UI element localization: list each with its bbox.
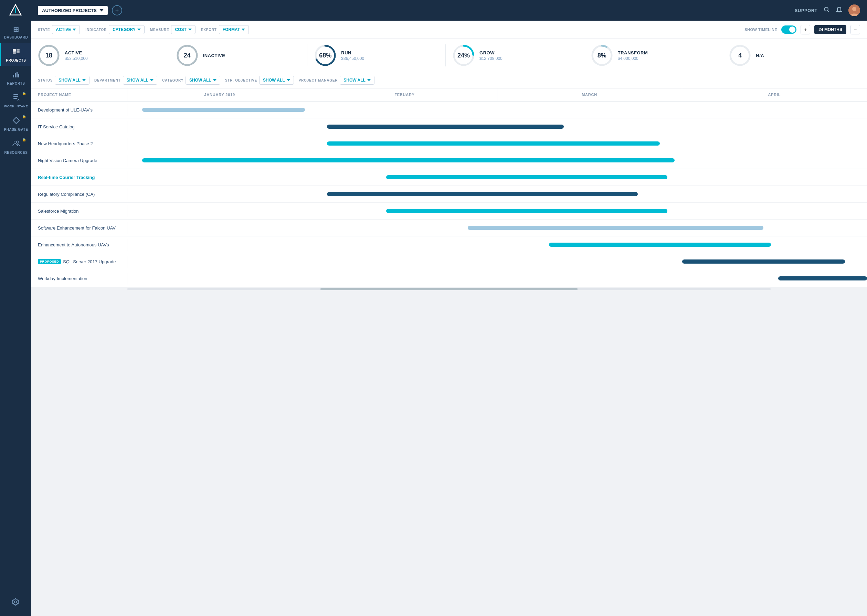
project-name-8[interactable]: Software Enhancement for Falcon UAV bbox=[31, 222, 127, 234]
search-icon[interactable] bbox=[824, 6, 830, 14]
table-row[interactable]: PROPOSED SQL Server 2017 Upgrade bbox=[31, 253, 867, 270]
table-row[interactable]: Night Vision Camera Upgrade bbox=[31, 152, 867, 169]
gantt-month-january-2019: JANUARY 2019 bbox=[127, 88, 312, 101]
indicator-select[interactable]: CATEGORY bbox=[109, 25, 144, 34]
resources-icon bbox=[13, 140, 20, 149]
svg-line-17 bbox=[828, 10, 829, 12]
sidebar-item-dashboard[interactable]: ⊞ DASHBOARD bbox=[0, 20, 31, 43]
user-avatar[interactable] bbox=[848, 5, 860, 16]
department-select[interactable]: SHOW ALL bbox=[123, 76, 158, 85]
authorized-projects-dropdown[interactable]: AUTHORIZED PROJECTS bbox=[38, 6, 108, 15]
summary-card-grow[interactable]: 24% GROW $12,708,000 bbox=[446, 44, 584, 66]
table-row[interactable]: IT Service Catalog bbox=[31, 118, 867, 135]
project-name-3[interactable]: New Headquarters Phase 2 bbox=[31, 138, 127, 150]
filter-row: STATUS SHOW ALL DEPARTMENT SHOW ALL CATE… bbox=[31, 72, 867, 88]
summary-info-transform: TRANSFORM $4,000,000 bbox=[618, 50, 648, 61]
circle-active: 18 bbox=[38, 44, 60, 66]
gantt-bars-5 bbox=[127, 169, 867, 185]
summary-title-na: N/A bbox=[756, 53, 764, 58]
table-row[interactable]: Software Enhancement for Falcon UAV bbox=[31, 220, 867, 236]
project-name-11[interactable]: Workday Implementation bbox=[31, 273, 127, 284]
gantt-bars-11 bbox=[127, 270, 867, 287]
add-button[interactable]: + bbox=[112, 5, 122, 16]
project-name-header: PROJECT NAME bbox=[31, 88, 127, 101]
remove-column-button[interactable]: − bbox=[850, 25, 860, 35]
content-area: STATE ACTIVE INDICATOR CATEGORY MEASURE … bbox=[31, 20, 867, 616]
svg-rect-10 bbox=[13, 94, 18, 95]
sidebar-item-projects[interactable]: PROJECTS bbox=[0, 43, 31, 66]
project-name-6[interactable]: Regulatory Compliance (CA) bbox=[31, 188, 127, 200]
table-row[interactable]: Salesforce Migration bbox=[31, 203, 867, 220]
category-label: CATEGORY bbox=[162, 79, 184, 82]
table-row[interactable]: Regulatory Compliance (CA) bbox=[31, 186, 867, 203]
svg-rect-8 bbox=[17, 72, 17, 77]
project-name-5[interactable]: Real-time Courier Tracking bbox=[31, 171, 127, 184]
gantt-bar bbox=[682, 259, 845, 264]
sidebar: ⊞ DASHBOARD PROJECTS REPORTS 🔒 bbox=[0, 0, 31, 616]
table-row[interactable]: New Headquarters Phase 2 bbox=[31, 135, 867, 152]
summary-info-grow: GROW $12,708,000 bbox=[479, 50, 503, 61]
settings-button[interactable] bbox=[12, 593, 19, 610]
scrollbar-track bbox=[127, 288, 771, 290]
project-manager-label: PROJECT MANAGER bbox=[299, 79, 338, 82]
svg-rect-3 bbox=[17, 49, 20, 50]
measure-select[interactable]: COST bbox=[171, 25, 195, 34]
summary-title-transform: TRANSFORM bbox=[618, 50, 648, 55]
support-link[interactable]: SUPPORT bbox=[795, 8, 817, 13]
gantt-scrollbar[interactable] bbox=[31, 287, 867, 291]
reports-icon bbox=[13, 71, 20, 80]
notifications-icon[interactable] bbox=[836, 6, 842, 14]
table-row[interactable]: Enhancement to Autonomous UAVs bbox=[31, 236, 867, 253]
gantt-bars-3 bbox=[127, 135, 867, 152]
summary-card-run[interactable]: 68% RUN $36,450,000 bbox=[307, 44, 446, 66]
svg-rect-11 bbox=[13, 96, 18, 97]
str-objective-filter: STR. OBJECTIVE SHOW ALL bbox=[225, 76, 294, 85]
summary-card-active[interactable]: 18 ACTIVE $53,510,000 bbox=[38, 44, 169, 66]
svg-point-16 bbox=[824, 7, 828, 11]
sidebar-item-resources[interactable]: 🔒 RESOURCES bbox=[0, 135, 31, 158]
category-select[interactable]: SHOW ALL bbox=[185, 76, 220, 85]
sidebar-item-phase-gate[interactable]: 🔒 PHASE-GATE bbox=[0, 112, 31, 135]
dashboard-icon: ⊞ bbox=[13, 25, 19, 34]
status-select[interactable]: SHOW ALL bbox=[55, 76, 90, 85]
project-manager-select[interactable]: SHOW ALL bbox=[340, 76, 374, 85]
gantt-bar bbox=[386, 209, 668, 213]
table-row[interactable]: Workday Implementation bbox=[31, 270, 867, 287]
months-selector[interactable]: 24 MONTHS bbox=[814, 25, 847, 34]
svg-point-19 bbox=[852, 7, 856, 11]
sidebar-item-reports[interactable]: REPORTS bbox=[0, 66, 31, 89]
svg-rect-12 bbox=[13, 98, 17, 99]
proposed-badge: PROPOSED bbox=[38, 259, 61, 264]
summary-card-inactive[interactable]: 24 INACTIVE bbox=[169, 44, 308, 66]
circle-value-transform: 8% bbox=[597, 52, 606, 59]
gantt-header: PROJECT NAME JANUARY 2019FEBUARYMARCHAPR… bbox=[31, 88, 867, 102]
table-row[interactable]: Development of ULE-UAV's bbox=[31, 102, 867, 118]
project-name-10[interactable]: PROPOSED SQL Server 2017 Upgrade bbox=[31, 256, 127, 268]
project-name-2[interactable]: IT Service Catalog bbox=[31, 121, 127, 133]
summary-amount-transform: $4,000,000 bbox=[618, 56, 648, 61]
scrollbar-thumb[interactable] bbox=[320, 288, 578, 290]
project-name-1[interactable]: Development of ULE-UAV's bbox=[31, 104, 127, 116]
summary-card-na[interactable]: 4 N/A bbox=[722, 44, 860, 66]
state-select[interactable]: ACTIVE bbox=[52, 25, 80, 34]
circle-inactive: 24 bbox=[176, 44, 198, 66]
project-name-9[interactable]: Enhancement to Autonomous UAVs bbox=[31, 239, 127, 251]
str-objective-select[interactable]: SHOW ALL bbox=[259, 76, 294, 85]
phase-gate-icon bbox=[13, 117, 20, 126]
summary-cards: 18 ACTIVE $53,510,000 24 INACTIVE 68% bbox=[31, 39, 867, 72]
indicator-label: INDICATOR bbox=[85, 28, 107, 31]
circle-value-grow: 24% bbox=[457, 52, 470, 59]
add-column-button[interactable]: + bbox=[801, 25, 810, 35]
project-name-7[interactable]: Salesforce Migration bbox=[31, 205, 127, 217]
projects-icon bbox=[13, 47, 20, 57]
show-timeline-toggle[interactable] bbox=[781, 25, 796, 34]
project-name-4[interactable]: Night Vision Camera Upgrade bbox=[31, 154, 127, 167]
show-timeline-label: SHOW TIMELINE bbox=[744, 28, 777, 31]
table-row[interactable]: Real-time Courier Tracking bbox=[31, 169, 867, 186]
summary-card-transform[interactable]: 8% TRANSFORM $4,000,000 bbox=[584, 44, 722, 66]
work-intake-icon bbox=[13, 94, 20, 103]
sidebar-item-work-intake[interactable]: 🔒 WORK INTAKE bbox=[0, 89, 31, 112]
gantt-bar bbox=[468, 226, 764, 230]
export-select[interactable]: FORMAT bbox=[219, 25, 249, 34]
status-label: STATUS bbox=[38, 79, 53, 82]
